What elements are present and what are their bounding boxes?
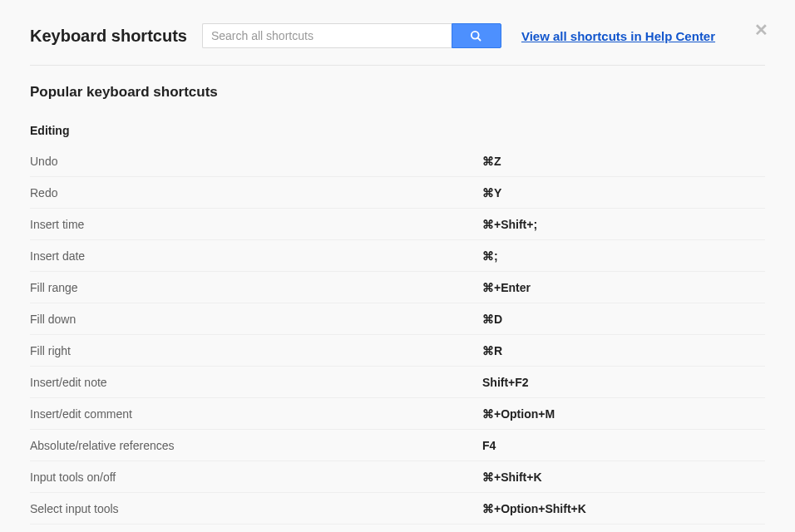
shortcut-keys: ⌘+Shift+; <box>482 218 537 231</box>
shortcut-row: Fill down⌘D <box>30 303 765 335</box>
shortcut-label: Select input tools <box>30 502 482 515</box>
header: Keyboard shortcuts View all shortcuts in… <box>30 23 765 66</box>
shortcut-row: Select input tools⌘+Option+Shift+K <box>30 493 765 525</box>
shortcut-row: Redo⌘Y <box>30 177 765 209</box>
shortcut-row: Undo⌘Z <box>30 145 765 177</box>
search-input[interactable] <box>202 23 452 48</box>
shortcut-keys: ⌘+Enter <box>482 281 531 294</box>
shortcut-row: Absolute/relative referencesF4 <box>30 430 765 461</box>
shortcut-keys: F4 <box>482 439 496 452</box>
shortcut-label: Input tools on/off <box>30 470 482 484</box>
subtitle: Popular keyboard shortcuts <box>30 84 765 101</box>
shortcut-label: Insert time <box>30 218 482 231</box>
shortcut-keys: ⌘R <box>482 344 502 357</box>
shortcut-keys: ⌘+Option+M <box>482 407 555 421</box>
shortcut-label: Insert/edit note <box>30 376 482 389</box>
shortcut-list: Undo⌘ZRedo⌘YInsert time⌘+Shift+;Insert d… <box>30 145 765 525</box>
shortcut-row: Input tools on/off⌘+Shift+K <box>30 461 765 493</box>
search-icon <box>470 30 482 42</box>
shortcut-keys: ⌘+Shift+K <box>482 470 542 484</box>
shortcut-row: Fill right⌘R <box>30 335 765 367</box>
shortcut-label: Undo <box>30 155 482 168</box>
shortcut-keys: Shift+F2 <box>482 376 529 389</box>
shortcut-label: Fill down <box>30 313 482 326</box>
shortcut-row: Insert time⌘+Shift+; <box>30 209 765 240</box>
shortcut-row: Insert/edit comment⌘+Option+M <box>30 398 765 430</box>
shortcut-label: Insert/edit comment <box>30 407 482 421</box>
close-icon: ✕ <box>754 21 768 39</box>
shortcut-keys: ⌘+Option+Shift+K <box>482 502 586 515</box>
close-button[interactable]: ✕ <box>754 22 768 38</box>
section-editing: Editing Undo⌘ZRedo⌘YInsert time⌘+Shift+;… <box>30 124 765 525</box>
shortcut-row: Fill range⌘+Enter <box>30 272 765 303</box>
help-center-link[interactable]: View all shortcuts in Help Center <box>521 29 715 43</box>
section-title: Editing <box>30 124 765 137</box>
shortcut-keys: ⌘Z <box>482 155 501 168</box>
shortcut-label: Absolute/relative references <box>30 439 482 452</box>
shortcut-row: Insert/edit noteShift+F2 <box>30 367 765 398</box>
search-button[interactable] <box>452 23 501 48</box>
shortcut-keys: ⌘; <box>482 249 498 263</box>
shortcut-keys: ⌘Y <box>482 186 501 200</box>
shortcut-row: Insert date⌘; <box>30 240 765 272</box>
shortcut-label: Redo <box>30 186 482 200</box>
shortcut-label: Insert date <box>30 249 482 263</box>
page-title: Keyboard shortcuts <box>30 27 187 46</box>
svg-line-1 <box>478 37 481 40</box>
shortcut-label: Fill range <box>30 281 482 294</box>
shortcut-keys: ⌘D <box>482 313 502 326</box>
shortcut-label: Fill right <box>30 344 482 357</box>
search-form <box>202 23 501 48</box>
